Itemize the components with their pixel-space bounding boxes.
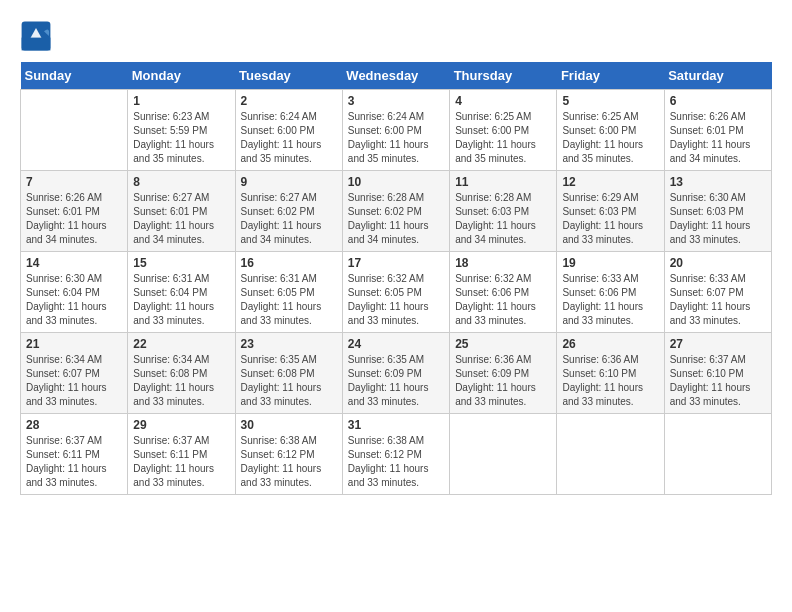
- day-number: 25: [455, 337, 551, 351]
- calendar-cell: 25 Sunrise: 6:36 AMSunset: 6:09 PMDaylig…: [450, 333, 557, 414]
- day-number: 19: [562, 256, 658, 270]
- calendar-cell: 6 Sunrise: 6:26 AMSunset: 6:01 PMDayligh…: [664, 90, 771, 171]
- calendar-cell: 10 Sunrise: 6:28 AMSunset: 6:02 PMDaylig…: [342, 171, 449, 252]
- calendar-cell: [664, 414, 771, 495]
- calendar-cell: 15 Sunrise: 6:31 AMSunset: 6:04 PMDaylig…: [128, 252, 235, 333]
- day-info: Sunrise: 6:24 AMSunset: 6:00 PMDaylight:…: [348, 110, 444, 166]
- day-info: Sunrise: 6:33 AMSunset: 6:07 PMDaylight:…: [670, 272, 766, 328]
- day-number: 5: [562, 94, 658, 108]
- day-info: Sunrise: 6:23 AMSunset: 5:59 PMDaylight:…: [133, 110, 229, 166]
- day-info: Sunrise: 6:25 AMSunset: 6:00 PMDaylight:…: [455, 110, 551, 166]
- day-number: 3: [348, 94, 444, 108]
- calendar-cell: 12 Sunrise: 6:29 AMSunset: 6:03 PMDaylig…: [557, 171, 664, 252]
- calendar-cell: [557, 414, 664, 495]
- day-info: Sunrise: 6:27 AMSunset: 6:02 PMDaylight:…: [241, 191, 337, 247]
- day-info: Sunrise: 6:25 AMSunset: 6:00 PMDaylight:…: [562, 110, 658, 166]
- weekday-friday: Friday: [557, 62, 664, 90]
- day-info: Sunrise: 6:26 AMSunset: 6:01 PMDaylight:…: [26, 191, 122, 247]
- day-number: 7: [26, 175, 122, 189]
- calendar-cell: 29 Sunrise: 6:37 AMSunset: 6:11 PMDaylig…: [128, 414, 235, 495]
- weekday-thursday: Thursday: [450, 62, 557, 90]
- logo: [20, 20, 58, 52]
- calendar-cell: 26 Sunrise: 6:36 AMSunset: 6:10 PMDaylig…: [557, 333, 664, 414]
- day-info: Sunrise: 6:24 AMSunset: 6:00 PMDaylight:…: [241, 110, 337, 166]
- day-number: 11: [455, 175, 551, 189]
- day-info: Sunrise: 6:27 AMSunset: 6:01 PMDaylight:…: [133, 191, 229, 247]
- page-header: [20, 20, 772, 52]
- day-info: Sunrise: 6:36 AMSunset: 6:10 PMDaylight:…: [562, 353, 658, 409]
- calendar-cell: 5 Sunrise: 6:25 AMSunset: 6:00 PMDayligh…: [557, 90, 664, 171]
- day-number: 14: [26, 256, 122, 270]
- day-number: 18: [455, 256, 551, 270]
- day-number: 21: [26, 337, 122, 351]
- logo-icon: [20, 20, 52, 52]
- day-info: Sunrise: 6:37 AMSunset: 6:10 PMDaylight:…: [670, 353, 766, 409]
- calendar-cell: 22 Sunrise: 6:34 AMSunset: 6:08 PMDaylig…: [128, 333, 235, 414]
- calendar-cell: [450, 414, 557, 495]
- day-number: 30: [241, 418, 337, 432]
- svg-rect-2: [22, 38, 51, 51]
- day-info: Sunrise: 6:26 AMSunset: 6:01 PMDaylight:…: [670, 110, 766, 166]
- day-number: 2: [241, 94, 337, 108]
- calendar-cell: 20 Sunrise: 6:33 AMSunset: 6:07 PMDaylig…: [664, 252, 771, 333]
- weekday-saturday: Saturday: [664, 62, 771, 90]
- calendar-cell: 21 Sunrise: 6:34 AMSunset: 6:07 PMDaylig…: [21, 333, 128, 414]
- weekday-tuesday: Tuesday: [235, 62, 342, 90]
- day-number: 22: [133, 337, 229, 351]
- calendar-cell: 16 Sunrise: 6:31 AMSunset: 6:05 PMDaylig…: [235, 252, 342, 333]
- calendar-week-2: 7 Sunrise: 6:26 AMSunset: 6:01 PMDayligh…: [21, 171, 772, 252]
- day-number: 16: [241, 256, 337, 270]
- calendar-cell: 27 Sunrise: 6:37 AMSunset: 6:10 PMDaylig…: [664, 333, 771, 414]
- day-number: 26: [562, 337, 658, 351]
- day-number: 6: [670, 94, 766, 108]
- weekday-sunday: Sunday: [21, 62, 128, 90]
- day-info: Sunrise: 6:28 AMSunset: 6:02 PMDaylight:…: [348, 191, 444, 247]
- day-number: 17: [348, 256, 444, 270]
- day-number: 1: [133, 94, 229, 108]
- day-number: 28: [26, 418, 122, 432]
- calendar-cell: 8 Sunrise: 6:27 AMSunset: 6:01 PMDayligh…: [128, 171, 235, 252]
- calendar-cell: 31 Sunrise: 6:38 AMSunset: 6:12 PMDaylig…: [342, 414, 449, 495]
- day-number: 9: [241, 175, 337, 189]
- day-info: Sunrise: 6:35 AMSunset: 6:09 PMDaylight:…: [348, 353, 444, 409]
- day-number: 13: [670, 175, 766, 189]
- day-number: 12: [562, 175, 658, 189]
- calendar-cell: 3 Sunrise: 6:24 AMSunset: 6:00 PMDayligh…: [342, 90, 449, 171]
- calendar-table: SundayMondayTuesdayWednesdayThursdayFrid…: [20, 62, 772, 495]
- day-info: Sunrise: 6:36 AMSunset: 6:09 PMDaylight:…: [455, 353, 551, 409]
- day-number: 4: [455, 94, 551, 108]
- day-info: Sunrise: 6:35 AMSunset: 6:08 PMDaylight:…: [241, 353, 337, 409]
- calendar-cell: 23 Sunrise: 6:35 AMSunset: 6:08 PMDaylig…: [235, 333, 342, 414]
- weekday-monday: Monday: [128, 62, 235, 90]
- calendar-week-4: 21 Sunrise: 6:34 AMSunset: 6:07 PMDaylig…: [21, 333, 772, 414]
- day-info: Sunrise: 6:33 AMSunset: 6:06 PMDaylight:…: [562, 272, 658, 328]
- day-number: 29: [133, 418, 229, 432]
- day-number: 20: [670, 256, 766, 270]
- day-info: Sunrise: 6:34 AMSunset: 6:08 PMDaylight:…: [133, 353, 229, 409]
- calendar-week-3: 14 Sunrise: 6:30 AMSunset: 6:04 PMDaylig…: [21, 252, 772, 333]
- day-info: Sunrise: 6:37 AMSunset: 6:11 PMDaylight:…: [133, 434, 229, 490]
- day-info: Sunrise: 6:30 AMSunset: 6:03 PMDaylight:…: [670, 191, 766, 247]
- calendar-cell: 30 Sunrise: 6:38 AMSunset: 6:12 PMDaylig…: [235, 414, 342, 495]
- day-info: Sunrise: 6:38 AMSunset: 6:12 PMDaylight:…: [348, 434, 444, 490]
- calendar-week-1: 1 Sunrise: 6:23 AMSunset: 5:59 PMDayligh…: [21, 90, 772, 171]
- day-number: 8: [133, 175, 229, 189]
- day-number: 31: [348, 418, 444, 432]
- calendar-cell: 1 Sunrise: 6:23 AMSunset: 5:59 PMDayligh…: [128, 90, 235, 171]
- day-info: Sunrise: 6:29 AMSunset: 6:03 PMDaylight:…: [562, 191, 658, 247]
- weekday-wednesday: Wednesday: [342, 62, 449, 90]
- day-info: Sunrise: 6:28 AMSunset: 6:03 PMDaylight:…: [455, 191, 551, 247]
- day-info: Sunrise: 6:37 AMSunset: 6:11 PMDaylight:…: [26, 434, 122, 490]
- day-info: Sunrise: 6:31 AMSunset: 6:04 PMDaylight:…: [133, 272, 229, 328]
- calendar-cell: 14 Sunrise: 6:30 AMSunset: 6:04 PMDaylig…: [21, 252, 128, 333]
- calendar-cell: 7 Sunrise: 6:26 AMSunset: 6:01 PMDayligh…: [21, 171, 128, 252]
- calendar-cell: 2 Sunrise: 6:24 AMSunset: 6:00 PMDayligh…: [235, 90, 342, 171]
- day-info: Sunrise: 6:32 AMSunset: 6:06 PMDaylight:…: [455, 272, 551, 328]
- calendar-cell: 13 Sunrise: 6:30 AMSunset: 6:03 PMDaylig…: [664, 171, 771, 252]
- day-info: Sunrise: 6:34 AMSunset: 6:07 PMDaylight:…: [26, 353, 122, 409]
- calendar-cell: 11 Sunrise: 6:28 AMSunset: 6:03 PMDaylig…: [450, 171, 557, 252]
- day-info: Sunrise: 6:30 AMSunset: 6:04 PMDaylight:…: [26, 272, 122, 328]
- day-info: Sunrise: 6:32 AMSunset: 6:05 PMDaylight:…: [348, 272, 444, 328]
- calendar-cell: 4 Sunrise: 6:25 AMSunset: 6:00 PMDayligh…: [450, 90, 557, 171]
- day-number: 15: [133, 256, 229, 270]
